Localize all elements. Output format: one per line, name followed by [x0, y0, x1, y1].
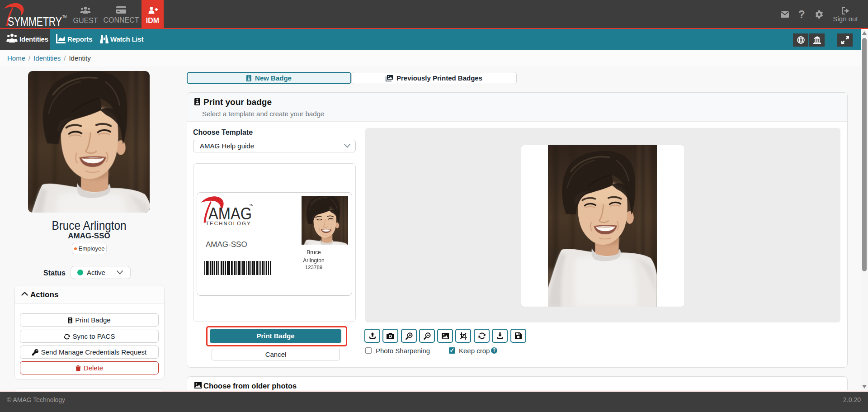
svg-text:AMAG: AMAG [208, 204, 252, 223]
svg-text:SYMMETRY: SYMMETRY [8, 15, 62, 28]
svg-text:TECHNOLOGY: TECHNOLOGY [206, 221, 251, 226]
svg-text:TM: TM [249, 204, 253, 207]
svg-text:TM: TM [62, 15, 66, 18]
